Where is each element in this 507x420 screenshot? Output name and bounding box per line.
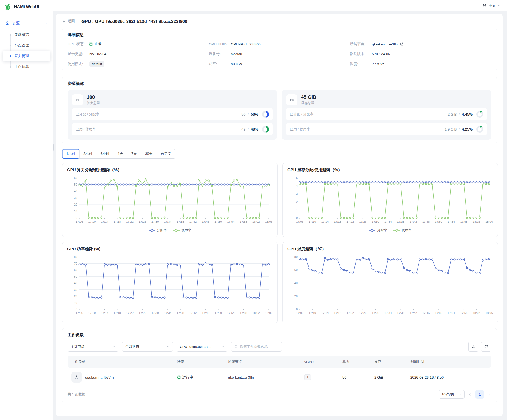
tab-6h[interactable]: 6小时	[96, 149, 114, 158]
svg-text:17:54: 17:54	[447, 220, 455, 223]
memory-allocated-row: 已分配 / 分配率 2 GiB / 4.45%	[286, 108, 487, 120]
workload-status: 运行中	[182, 375, 193, 380]
search-icon	[234, 345, 238, 348]
legend-allocation[interactable]: 分配率	[148, 228, 167, 233]
back-button[interactable]: 返回	[62, 19, 75, 24]
legend-label: 分配率	[157, 228, 167, 233]
sidebar-item-compute-management[interactable]: 算力管理	[3, 51, 50, 61]
language-selector[interactable]: 中文	[482, 3, 501, 8]
gpu-filter-select[interactable]: GPU-f9cd036c-382...	[177, 342, 227, 352]
overview-title: 资源概览	[68, 81, 491, 86]
svg-text:17:54: 17:54	[227, 220, 235, 223]
svg-text:17:58: 17:58	[460, 220, 468, 223]
pods-icon	[74, 374, 80, 380]
node-filter-select[interactable]: 全部节点	[68, 342, 118, 352]
compute-trend-chart-card: GPU 算力分配/使用趋势（%） 010203040506017:0617:10…	[62, 163, 278, 237]
tab-3h[interactable]: 3小时	[79, 149, 96, 158]
detail-info-card: 详细信息 GPU 状态: 正常 GPU UUID: GPU-f9cd...23f…	[62, 28, 497, 71]
tab-custom[interactable]: 自定义	[157, 149, 175, 158]
svg-text:17:22: 17:22	[346, 311, 354, 315]
sidebar-item-cluster-overview[interactable]: 集群概览	[3, 29, 50, 40]
table-row[interactable]: gpuburn-...-lb77m 运行中 gke-kant...e-3fln …	[68, 368, 491, 387]
col-header-memory: 显存	[370, 359, 407, 364]
cube-icon	[5, 21, 10, 26]
sidebar-group-resources[interactable]: 资源	[3, 19, 50, 28]
workload-created: 2026-03-26 16:48:50	[407, 375, 491, 379]
svg-text:10: 10	[74, 210, 77, 213]
legend-usage[interactable]: 使用率	[173, 228, 192, 233]
status-ok-icon	[89, 43, 92, 46]
compute-chip-icon	[72, 94, 83, 105]
svg-text:18:06: 18:06	[265, 220, 272, 223]
row-percent: 50%	[251, 112, 258, 116]
usage-donut	[476, 126, 483, 133]
row-label: 已用 / 使用率	[76, 127, 96, 132]
node-link[interactable]: gke-kant...e-3fln	[372, 42, 398, 46]
svg-text:1: 1	[296, 208, 298, 211]
field-label: 驱动版本:	[350, 52, 372, 56]
running-status-icon	[177, 376, 180, 379]
compute-total-label: 算力总量	[87, 101, 100, 105]
tree-dot	[10, 55, 11, 57]
charts-row-2: GPU 功率趋势 (W) 0102030405060708017:0617:10…	[62, 242, 497, 323]
field-power: 功率: 68.8 W	[209, 61, 350, 67]
chevron-left-icon	[468, 393, 472, 396]
svg-text:17:22: 17:22	[346, 220, 354, 223]
legend-usage[interactable]: 使用率	[393, 228, 412, 233]
svg-text:17:14: 17:14	[101, 220, 108, 223]
back-label: 返回	[68, 19, 75, 24]
prev-page-button[interactable]	[468, 393, 472, 396]
status-filter-select[interactable]: 全部状态	[122, 342, 173, 352]
next-page-button[interactable]	[488, 393, 491, 396]
tab-30d[interactable]: 30天	[141, 149, 157, 158]
workload-node: gke-kant...e-3fln	[224, 375, 301, 379]
chart-title: GPU 算力分配/使用趋势（%）	[67, 167, 272, 172]
legend-marker-icon	[393, 229, 400, 232]
page-number-1[interactable]: 1	[475, 390, 484, 399]
search-input[interactable]	[240, 345, 275, 349]
svg-text:17:38: 17:38	[397, 220, 404, 223]
refresh-button[interactable]	[481, 342, 491, 352]
sidebar-item-workloads[interactable]: 工作负载	[3, 61, 50, 72]
time-range-tabs: 1小时 3小时 6小时 1天 7天 30天 自定义	[62, 149, 176, 159]
field-label: 温度:	[350, 62, 372, 66]
svg-text:2: 2	[296, 200, 298, 203]
sidebar-group-label: 资源	[12, 21, 20, 26]
tab-1h[interactable]: 1小时	[62, 149, 80, 159]
column-settings-button[interactable]	[468, 342, 478, 352]
svg-text:17:46: 17:46	[422, 220, 430, 223]
svg-text:17:58: 17:58	[240, 220, 247, 223]
svg-text:17:10: 17:10	[88, 220, 96, 223]
select-value: 全部状态	[125, 344, 139, 349]
tab-1d[interactable]: 1天	[114, 149, 127, 158]
field-gpu-uuid: GPU UUID: GPU-f9cd...23f800	[209, 42, 350, 46]
brand-row: HAMi WebUI	[0, 0, 53, 14]
language-label: 中文	[489, 3, 496, 8]
tab-7d[interactable]: 7天	[127, 149, 141, 158]
charts-row-1: GPU 算力分配/使用趋势（%） 010203040506017:0617:10…	[62, 163, 497, 237]
svg-text:80: 80	[74, 255, 77, 258]
sidebar-resize-handle[interactable]	[53, 144, 54, 151]
svg-text:18:02: 18:02	[473, 311, 480, 315]
svg-text:17:30: 17:30	[151, 220, 159, 223]
svg-text:17:30: 17:30	[372, 220, 379, 223]
page-size-select[interactable]: 10 条/页	[439, 390, 465, 399]
svg-text:50: 50	[74, 183, 77, 186]
sidebar: HAMi WebUI 资源 集群概览	[0, 0, 53, 420]
svg-text:80: 80	[294, 255, 298, 258]
legend-allocation[interactable]: 分配率	[369, 228, 387, 233]
svg-text:17:58: 17:58	[460, 311, 468, 315]
svg-text:17:26: 17:26	[359, 311, 367, 315]
chevron-down-icon	[112, 345, 115, 348]
chevron-down-icon	[498, 4, 501, 7]
svg-text:17:38: 17:38	[397, 311, 404, 315]
chart-title: GPU 显存分配/使用趋势（%）	[287, 167, 493, 172]
workload-name[interactable]: gpuburn-...-lb77m	[85, 375, 114, 379]
memory-total-label: 显存总量	[301, 101, 316, 105]
legend-label: 分配率	[377, 228, 387, 233]
sidebar-item-node-management[interactable]: 节点管理	[3, 40, 50, 51]
compute-trend-chart: 010203040506017:0617:1017:1417:1817:2217…	[67, 175, 272, 226]
row-value: 50	[241, 112, 245, 116]
svg-text:17:38: 17:38	[177, 311, 184, 315]
external-link-icon[interactable]	[400, 42, 404, 46]
